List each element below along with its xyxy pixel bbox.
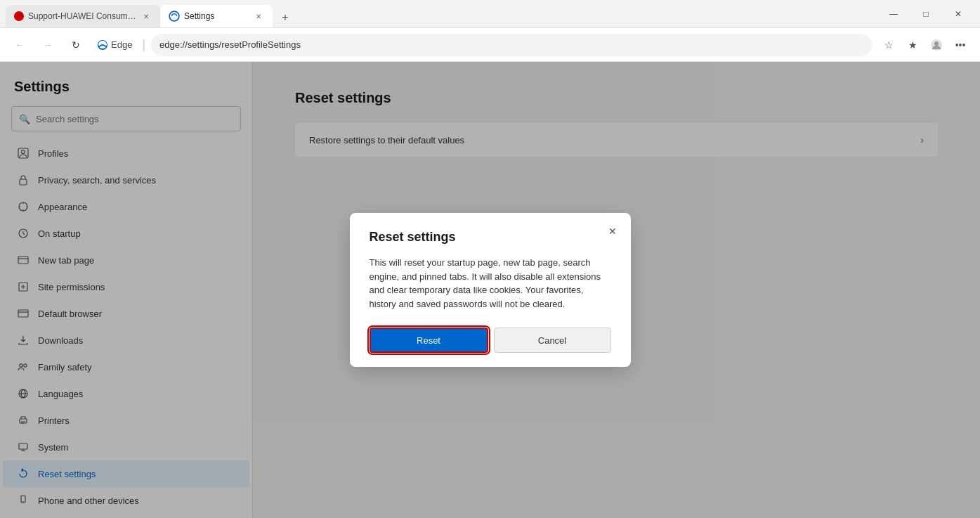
maximize-button[interactable]: □ — [910, 3, 942, 25]
tab-settings[interactable]: Settings ✕ — [160, 5, 273, 27]
dialog-close-icon: ✕ — [608, 226, 617, 237]
reset-confirm-button[interactable]: Reset — [370, 328, 488, 353]
settings-favicon — [169, 11, 180, 22]
modal-overlay: ✕ Reset settings This will reset your st… — [0, 62, 980, 518]
back-button[interactable]: ← — [8, 34, 31, 56]
huawei-favicon — [14, 11, 24, 21]
tab-settings-title: Settings — [184, 11, 249, 21]
forward-button[interactable]: → — [37, 34, 59, 56]
refresh-button[interactable]: ↻ — [65, 34, 87, 56]
tab-settings-close[interactable]: ✕ — [253, 11, 264, 22]
address-separator: | — [142, 37, 145, 52]
dialog-close-button[interactable]: ✕ — [603, 221, 622, 241]
edge-icon — [97, 39, 108, 51]
profile-icon[interactable] — [925, 34, 948, 56]
svg-point-0 — [169, 11, 179, 21]
new-tab-button[interactable]: + — [275, 8, 295, 27]
dialog-title: Reset settings — [370, 230, 611, 245]
tab-huawei-close[interactable]: ✕ — [141, 11, 152, 22]
minimize-button[interactable]: — — [877, 3, 910, 25]
dialog-body: This will reset your startup page, new t… — [370, 256, 611, 311]
tabs-area: Support-HUAWEI Consumer Off... ✕ Setting… — [6, 0, 872, 27]
edge-brand-label: Edge — [111, 39, 132, 50]
profile-avatar — [930, 39, 943, 51]
cancel-button[interactable]: Cancel — [494, 328, 611, 353]
title-bar: Support-HUAWEI Consumer Off... ✕ Setting… — [0, 0, 980, 28]
window-controls: — □ ✕ — [877, 3, 974, 25]
favorites-icon[interactable]: ☆ — [877, 34, 900, 56]
reset-dialog: ✕ Reset settings This will reset your st… — [350, 213, 631, 367]
tab-huawei-title: Support-HUAWEI Consumer Off... — [28, 11, 136, 21]
svg-point-2 — [934, 41, 939, 46]
address-url: edge://settings/resetProfileSettings — [159, 39, 301, 50]
close-button[interactable]: ✕ — [942, 3, 974, 25]
address-bar: ← → ↻ Edge | edge://settings/resetProfil… — [0, 28, 980, 62]
collections-icon[interactable]: ★ — [901, 34, 924, 56]
address-input[interactable]: edge://settings/resetProfileSettings — [151, 34, 872, 56]
edge-logo: Edge — [93, 39, 136, 51]
tab-huawei[interactable]: Support-HUAWEI Consumer Off... ✕ — [6, 5, 160, 27]
address-bar-actions: ☆ ★ ••• — [877, 34, 972, 56]
dialog-buttons: Reset Cancel — [370, 328, 611, 353]
menu-button[interactable]: ••• — [949, 34, 972, 56]
